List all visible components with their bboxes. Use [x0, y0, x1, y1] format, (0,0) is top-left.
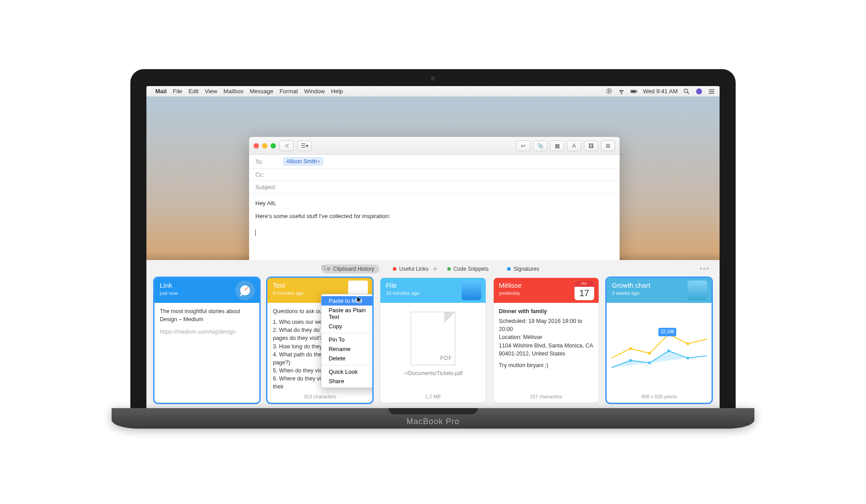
menubar-edit[interactable]: Edit	[188, 88, 198, 95]
clip-card-calendar[interactable]: Mèlisse yesterday JUL 17 Dinner with fam…	[494, 278, 599, 403]
svg-point-9	[322, 266, 325, 269]
safari-icon	[235, 281, 255, 300]
ctx-pin-to[interactable]: Pin To▸	[321, 335, 372, 344]
screen: Mail File Edit View Mailbox Message Form…	[146, 86, 720, 408]
chart-thumbnail: 22,186	[609, 306, 709, 372]
svg-rect-2	[637, 91, 637, 92]
menubar-mailbox[interactable]: Mailbox	[224, 88, 244, 95]
recipient-chip[interactable]: Allison Smith	[283, 157, 323, 165]
window-traffic-lights	[254, 143, 276, 149]
svg-point-11	[629, 347, 632, 350]
svg-point-14	[686, 343, 689, 345]
clip-card-file[interactable]: File 16 minutes ago ~/Documents/Tickets.…	[380, 278, 485, 403]
menubar-window[interactable]: Window	[304, 88, 325, 95]
finder-icon	[462, 281, 481, 300]
svg-point-18	[686, 357, 689, 359]
mouse-cursor-icon	[357, 296, 363, 306]
insert-photo-button[interactable]: ▦	[550, 140, 564, 151]
window-zoom-button[interactable]	[271, 143, 276, 149]
card-header: Growth chart 3 weeks ago	[607, 278, 712, 303]
wifi-icon[interactable]	[618, 88, 625, 95]
clip-card-link[interactable]: Link just now The most insightful storie…	[154, 278, 259, 403]
battery-icon[interactable]	[630, 88, 637, 95]
svg-rect-6	[709, 89, 714, 90]
clip-card-image[interactable]: Growth chart 3 weeks ago	[607, 278, 712, 403]
cc-field-row[interactable]: Cc:	[249, 169, 620, 181]
svg-rect-8	[709, 93, 714, 93]
svg-point-17	[667, 350, 670, 352]
card-body: Dinner with family Scheduled: 19 May 201…	[494, 303, 599, 391]
subject-label: Subject:	[255, 184, 276, 190]
svg-rect-7	[709, 91, 714, 91]
menubar-view[interactable]: View	[205, 88, 217, 95]
menubar-app-name[interactable]: Mail	[155, 88, 167, 95]
panel-search-icon[interactable]	[321, 264, 328, 273]
window-minimize-button[interactable]	[262, 143, 267, 149]
ctx-separator	[321, 333, 372, 333]
paste-status-icon[interactable]: ⓟ	[605, 88, 612, 95]
menubar-format[interactable]: Format	[279, 88, 298, 95]
tab-signatures[interactable]: Signatures	[502, 264, 544, 273]
preview-icon	[687, 281, 707, 300]
attach-button[interactable]: 📎	[533, 140, 547, 151]
svg-rect-1	[631, 91, 636, 92]
ctx-paste-plain-text[interactable]: Paste as Plain Text	[321, 306, 372, 322]
ctx-copy[interactable]: Copy	[321, 322, 372, 331]
pdf-document-icon	[411, 312, 455, 365]
send-button[interactable]	[279, 140, 294, 151]
ctx-delete[interactable]: Delete	[321, 354, 372, 363]
dot-icon	[393, 267, 396, 271]
mail-body[interactable]: Hey Alli, Here's some useful stuff I've …	[249, 194, 620, 243]
card-header: Link just now	[154, 278, 259, 303]
context-menu: Paste to Mail Paste as Plain Text Copy P…	[321, 294, 372, 388]
paste-clipboard-panel: Clipboard History Useful Links Code Snip…	[146, 260, 720, 408]
tab-useful-links[interactable]: Useful Links	[387, 264, 433, 273]
svg-line-4	[687, 92, 689, 94]
window-close-button[interactable]	[254, 143, 259, 149]
screen-bezel: Mail File Edit View Mailbox Message Form…	[130, 69, 736, 408]
clip-card-text[interactable]: Text 8 minutes ago Questions to ask ours…	[267, 278, 372, 403]
panel-header: Clipboard History Useful Links Code Snip…	[146, 260, 720, 278]
ctx-share[interactable]: Share▸	[321, 376, 372, 386]
add-pinboard-button[interactable]: +	[433, 264, 438, 274]
dot-icon	[507, 267, 511, 271]
ctx-rename[interactable]: Rename	[321, 344, 372, 354]
laptop-label: MacBook Pro	[406, 417, 459, 426]
menubar-clock[interactable]: Wed 9:41 AM	[643, 88, 678, 95]
panel-more-button[interactable]: •••	[699, 265, 710, 273]
ctx-separator	[321, 365, 372, 365]
siri-icon[interactable]	[695, 88, 703, 95]
card-footer: 157 characters	[494, 391, 599, 403]
laptop-notch	[388, 408, 478, 414]
card-header: Mèlisse yesterday JUL 17	[494, 278, 599, 303]
menubar-file[interactable]: File	[173, 88, 182, 95]
format-button[interactable]: A	[567, 140, 581, 151]
to-field-row[interactable]: To: Allison Smith	[249, 155, 620, 169]
header-fields-button[interactable]: ☰▾	[297, 140, 312, 151]
svg-point-12	[648, 352, 651, 355]
text-cursor	[255, 230, 256, 236]
mail-titlebar[interactable]: ☰▾ ↩ 📎 ▦ A 🖼 ⊞	[249, 137, 620, 155]
ctx-quick-look[interactable]: Quick Look	[321, 367, 372, 376]
card-footer: 1.2 MB	[380, 391, 485, 403]
menubar-help[interactable]: Help	[331, 88, 343, 95]
svg-line-10	[325, 269, 326, 270]
card-body: 22,186	[607, 303, 712, 391]
svg-point-3	[684, 89, 688, 92]
menubar: Mail File Edit View Mailbox Message Form…	[146, 86, 720, 97]
svg-point-16	[648, 361, 651, 364]
tab-code-snippets[interactable]: Code Snippets	[442, 264, 494, 273]
media-browser-button[interactable]: 🖼	[584, 140, 598, 151]
spotlight-icon[interactable]	[683, 88, 690, 95]
tab-clipboard-history[interactable]: Clipboard History	[321, 264, 379, 273]
subject-field-row[interactable]: Subject:	[249, 181, 620, 194]
mail-body-line: Hey Alli,	[255, 199, 613, 208]
emoji-button[interactable]: ⊞	[601, 140, 615, 151]
notification-center-icon[interactable]	[708, 88, 715, 95]
reply-button[interactable]: ↩	[516, 140, 530, 151]
menubar-message[interactable]: Message	[250, 88, 273, 95]
dot-icon	[447, 267, 451, 271]
ctx-paste-to-mail[interactable]: Paste to Mail	[321, 296, 372, 306]
calendar-icon: JUL 17	[575, 281, 594, 300]
card-body: ~/Documents/Tickets.pdf	[380, 303, 485, 391]
